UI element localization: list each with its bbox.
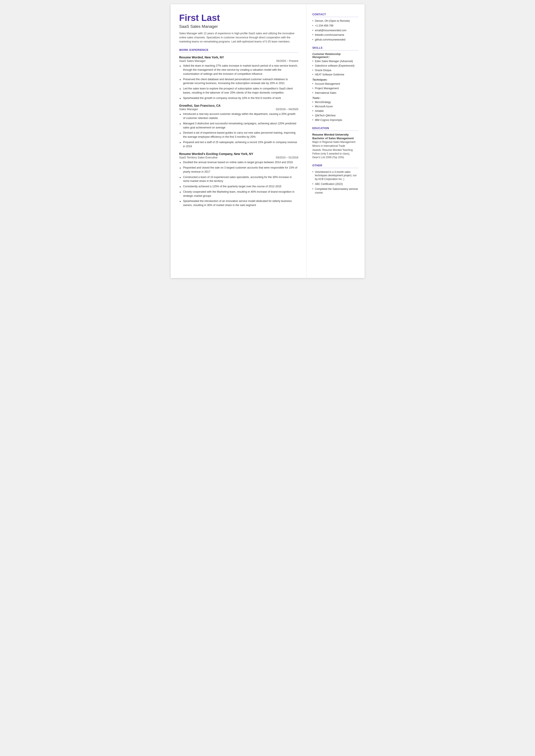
skills-category-block-0: Customer Relationship Management::Eden S… — [312, 53, 358, 76]
job-bullets-1: Introduced a new key account customer st… — [179, 112, 298, 148]
skill-item-2-0: MicroStrategy — [312, 100, 358, 104]
skill-item-2-4: IBM Cognos Impromptu — [312, 118, 358, 122]
work-experience-section-title: WORK EXPERIENCE — [179, 48, 298, 53]
job-header-1: Growthsi, San Francisco, CA — [179, 104, 298, 107]
job-header-0: Resume Worded, New York, NY — [179, 56, 298, 59]
candidate-title: SaaS Sales Manager — [179, 24, 298, 29]
edu-detail-0-0: Major in Regional Sales Management — [312, 140, 358, 144]
job-bullet-1-0: Introduced a new key account customer st… — [179, 112, 298, 120]
job-block-2: Resume Worded's Exciting Company, New Yo… — [179, 152, 298, 207]
other-item-1: ABC Certification (2022) — [312, 182, 358, 186]
job-company-2: Resume Worded's Exciting Company, New Yo… — [179, 152, 253, 155]
job-block-0: Resume Worded, New York, NYSaaS Sales Ma… — [179, 56, 298, 100]
skill-item-0-3: HEAT Software Goldmine — [312, 73, 358, 76]
jobs-container: Resume Worded, New York, NYSaaS Sales Ma… — [179, 56, 298, 207]
job-bullet-1-2: Devised a set of experience-based guides… — [179, 131, 298, 139]
skills-list-2: MicroStrategyMicrosoft AzureAirtableQlik… — [312, 100, 358, 122]
skills-category-block-1: Techniques:Account ManagementProject Man… — [312, 78, 358, 95]
education-section-title: EDUCATION — [312, 127, 358, 131]
resume-page: First Last SaaS Sales Manager Sales Mana… — [171, 4, 365, 278]
job-bullet-0-2: Led the sales team to explore the prospe… — [179, 87, 298, 95]
education-container: Resume Worded UniversityBachelor of Sale… — [312, 133, 358, 159]
job-bullets-2: Doubled the annual revenue based on onli… — [179, 160, 298, 207]
skills-category-label-1: Techniques: — [312, 78, 358, 81]
skill-item-2-3: QlikTech QlikView — [312, 114, 358, 118]
edu-school-0: Resume Worded University — [312, 133, 358, 136]
job-block-1: Growthsi, San Francisco, CASales Manager… — [179, 104, 298, 148]
job-dates-2: 03/2010 – 01/2018 — [270, 156, 298, 159]
job-role-date-row-1: Sales Manager02/2018 – 04/2020 — [179, 107, 298, 112]
candidate-summary: Sales Manager with 12 years of experienc… — [179, 32, 298, 43]
left-column: First Last SaaS Sales Manager Sales Mana… — [171, 4, 306, 278]
edu-detail-0-3: Awards: Resume Worded Teaching Fellow (o… — [312, 148, 358, 159]
contact-item-1: +1-234-456-789 — [312, 24, 358, 28]
contact-item-2: email@resumeworded.com — [312, 29, 358, 32]
job-dates-1: 02/2018 – 04/2020 — [270, 108, 298, 111]
other-section-title: OTHER — [312, 164, 358, 168]
skills-category-label-2: Tools:· — [312, 97, 358, 99]
job-company-1: Growthsi, San Francisco, CA — [179, 104, 221, 107]
contact-item-4: github.com/resumeworded — [312, 38, 358, 42]
skill-item-2-1: Microsoft Azure — [312, 105, 358, 108]
contact-section-title: CONTACT — [312, 13, 358, 17]
job-role-2: SaaS Territory Sales Executive — [179, 156, 218, 159]
other-section: OTHER Volunteered in a 3-month sales tec… — [312, 164, 358, 195]
skill-item-0-2: Oracle Eloqua — [312, 69, 358, 72]
education-section: EDUCATION Resume Worded UniversityBachel… — [312, 127, 358, 159]
skills-container: Customer Relationship Management::Eden S… — [312, 53, 358, 122]
contact-section: CONTACT Denver, OH (Open to Remote)+1-23… — [312, 13, 358, 42]
contact-list: Denver, OH (Open to Remote)+1-234-456-78… — [312, 19, 358, 42]
job-role-date-row-2: SaaS Territory Sales Executive03/2010 – … — [179, 156, 298, 160]
job-bullet-2-0: Doubled the annual revenue based on onli… — [179, 160, 298, 164]
edu-detail-0-1: Minors in International Trade — [312, 144, 358, 148]
job-bullet-2-3: Consistently achieved a 125% of the quar… — [179, 184, 298, 188]
edu-degree-0: Bachelor of Sales Management — [312, 137, 358, 140]
job-company-0: Resume Worded, New York, NY — [179, 56, 224, 59]
job-bullet-2-4: Closely cooperated with the Marketing te… — [179, 190, 298, 198]
job-bullet-2-5: Spearheaded the introduction of an innov… — [179, 199, 298, 207]
job-role-1: Sales Manager — [179, 107, 198, 111]
job-bullet-0-3: Spearheaded the growth in company revenu… — [179, 96, 298, 100]
job-bullet-0-0: Aided the team in reaching 27% sales inc… — [179, 64, 298, 76]
right-column: CONTACT Denver, OH (Open to Remote)+1-23… — [306, 4, 365, 278]
skills-category-label-0: Customer Relationship Management:: — [312, 53, 358, 59]
other-item-2: Completed the Salesmastery seminar cours… — [312, 187, 358, 195]
job-bullet-2-1: Pinpointed and closed the sale on 3 larg… — [179, 166, 298, 174]
job-role-date-row-0: SaaS Sales Manager05/2020 – Present — [179, 59, 298, 64]
education-entry-0: Resume Worded UniversityBachelor of Sale… — [312, 133, 358, 159]
skill-item-1-1: Project Management — [312, 87, 358, 90]
skill-item-2-2: Airtable — [312, 109, 358, 113]
other-list: Volunteered in a 3-month sales technique… — [312, 170, 358, 195]
skill-item-0-1: Salesforce software (Experienced) — [312, 64, 358, 68]
job-dates-0: 05/2020 – Present — [270, 60, 298, 63]
skills-section: SKILLS Customer Relationship Management:… — [312, 46, 358, 122]
job-bullets-0: Aided the team in reaching 27% sales inc… — [179, 64, 298, 100]
skills-list-0: Eden Sales Manager (Advanced)Salesforce … — [312, 60, 358, 76]
skill-item-1-2: International Sales — [312, 91, 358, 95]
contact-item-0: Denver, OH (Open to Remote) — [312, 19, 358, 23]
other-item-0: Volunteered in a 3-month sales technique… — [312, 170, 358, 181]
job-bullet-0-1: Preserved the client database and devise… — [179, 77, 298, 86]
candidate-name: First Last — [179, 13, 298, 23]
job-header-2: Resume Worded's Exciting Company, New Yo… — [179, 152, 298, 155]
skills-list-1: Account ManagementProject ManagementInte… — [312, 82, 358, 95]
skill-item-0-0: Eden Sales Manager (Advanced) — [312, 60, 358, 63]
skills-section-title: SKILLS — [312, 46, 358, 50]
skills-category-block-2: Tools:·MicroStrategyMicrosoft AzureAirta… — [312, 97, 358, 122]
contact-item-3: linkedin.com/in/username — [312, 33, 358, 37]
job-bullet-1-1: Managed 3 distinctive and successful rem… — [179, 122, 298, 130]
job-bullet-1-3: Prepared and led a staff of 25 salespeop… — [179, 140, 298, 149]
job-role-0: SaaS Sales Manager — [179, 59, 206, 63]
skill-item-1-0: Account Management — [312, 82, 358, 86]
job-bullet-2-2: Constructed a team of 10 experienced sal… — [179, 175, 298, 183]
